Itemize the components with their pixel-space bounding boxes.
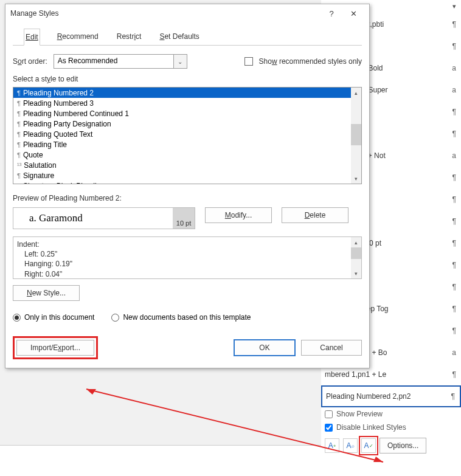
manage-styles-dialog: Manage Styles ? ✕ Edit Recommend Restric… <box>5 4 370 368</box>
desc-head: Indent: <box>17 240 358 249</box>
options-button[interactable]: Options... <box>380 438 426 454</box>
listbox-item[interactable]: ¶Pleading Quoted Text <box>13 129 351 139</box>
listbox-item[interactable]: ¶Pleading Title <box>13 139 351 150</box>
modify-button[interactable]: Modify... <box>205 207 272 223</box>
listbox-item[interactable]: ¶Quote <box>13 150 351 160</box>
sort-order-label: Sort order: <box>13 57 47 66</box>
radio1-label: Only in this document <box>24 313 94 322</box>
import-export-button[interactable]: Import/Export... <box>16 340 94 356</box>
listbox-item[interactable]: ¶Pleading Party Designation <box>13 119 351 129</box>
sort-order-value: As Recommended <box>58 57 118 65</box>
tab-edit[interactable]: Edit <box>24 29 40 46</box>
tab-recommend[interactable]: Recommend <box>56 29 100 45</box>
new-style-icon[interactable]: A+ <box>325 438 339 453</box>
show-rec-only-checkbox[interactable] <box>244 57 253 66</box>
style-listbox[interactable]: ¶Pleading Numbered 2¶Pleading Numbered 3… <box>13 87 362 184</box>
desc-right: Right: 0.04" <box>17 269 358 279</box>
disable-linked-checkbox[interactable]: Disable Linked Styles <box>321 421 461 434</box>
manage-styles-icon[interactable]: A✓ <box>361 438 376 453</box>
tab-restrict[interactable]: Restrict <box>116 29 143 45</box>
tab-set-defaults[interactable]: Set Defaults <box>158 29 200 45</box>
disable-linked-input[interactable] <box>325 424 333 432</box>
close-icon[interactable]: ✕ <box>342 5 364 21</box>
listbox-item[interactable]: ¹³Salutation <box>13 160 351 170</box>
scroll-down-icon[interactable]: ▾ <box>351 173 361 184</box>
new-style-button[interactable]: New Style... <box>13 285 80 301</box>
listbox-item[interactable]: ¶Pleading Numbered 3 <box>13 98 351 108</box>
preview-text: a. Garamond <box>29 212 83 224</box>
scroll-up-icon[interactable]: ▴ <box>351 237 361 247</box>
new-docs-template-radio[interactable]: New documents based on this template <box>111 313 251 322</box>
preview-size: 10 pt <box>173 208 195 229</box>
dialog-title: Manage Styles <box>10 9 321 18</box>
preview-label: Preview of Pleading Numbered 2: <box>13 194 362 202</box>
panel-dropdown-icon[interactable]: ▾ <box>452 2 456 10</box>
show-preview-label: Show Preview <box>336 410 383 418</box>
scroll-down-icon[interactable]: ▾ <box>351 268 361 278</box>
cancel-button[interactable]: Cancel <box>301 340 362 356</box>
style-pane-item[interactable]: Pleading Numbered 2,pn2¶ <box>321 385 461 407</box>
listbox-item[interactable]: ¶Pleading Numbered 2 <box>13 88 351 98</box>
style-inspector-icon[interactable]: A⌕ <box>343 438 358 453</box>
desc-scrollbar[interactable]: ▴ ▾ <box>351 237 361 278</box>
only-this-document-radio[interactable]: Only in this document <box>13 313 94 322</box>
radio2-label: New documents based on this template <box>123 313 251 322</box>
desc-hanging: Hanging: 0.19" <box>17 259 358 269</box>
listbox-item[interactable]: ¶Signature Block Pleading <box>13 181 351 184</box>
ok-button[interactable]: OK <box>234 340 295 356</box>
listbox-scrollbar[interactable]: ▴ ▾ <box>351 88 361 184</box>
show-preview-checkbox[interactable]: Show Preview <box>321 407 461 421</box>
description-box: Indent: Left: 0.25" Hanging: 0.19" Right… <box>13 236 362 279</box>
delete-button[interactable]: Delete <box>282 207 348 223</box>
select-style-label: Select a style to edit <box>13 75 362 83</box>
help-icon[interactable]: ? <box>321 5 342 21</box>
listbox-item[interactable]: ¶Signature <box>13 170 351 181</box>
sort-order-select[interactable]: As Recommended ⌄ <box>54 54 187 69</box>
show-preview-input[interactable] <box>325 410 333 418</box>
desc-left: Left: 0.25" <box>17 249 358 259</box>
show-rec-only-label: Show recommended styles only <box>259 57 362 66</box>
chevron-down-icon[interactable]: ⌄ <box>173 55 187 68</box>
preview-box: a. Garamond 10 pt <box>13 207 195 229</box>
listbox-item[interactable]: ¶Pleading Numbered Continued 1 <box>13 108 351 119</box>
scroll-up-icon[interactable]: ▴ <box>351 88 361 98</box>
disable-linked-label: Disable Linked Styles <box>336 423 406 432</box>
